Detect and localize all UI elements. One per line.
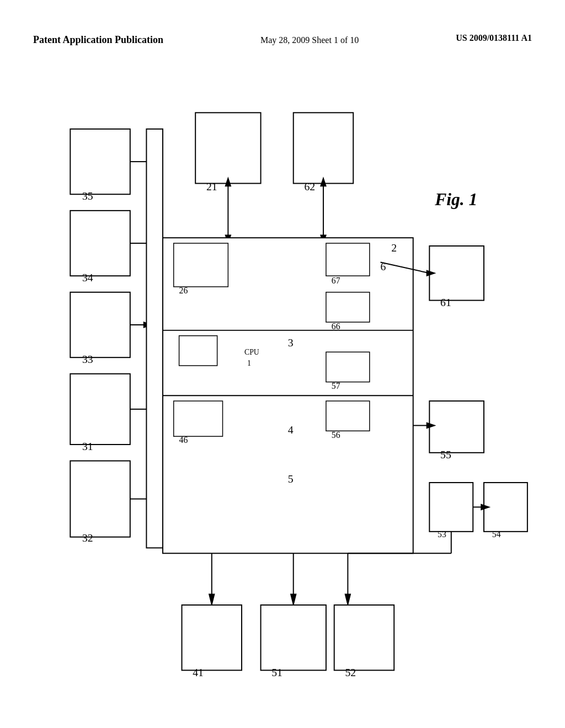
publication-title: Patent Application Publication [33, 34, 163, 45]
block-57 [326, 352, 370, 382]
label-52: 52 [345, 666, 356, 678]
label-4: 4 [288, 424, 294, 436]
label-1: 1 [247, 359, 251, 367]
fig-label: Fig. 1 [434, 190, 477, 209]
page: Patent Application Publication May 28, 2… [0, 0, 565, 728]
label-57: 57 [332, 381, 340, 390]
block-31 [70, 374, 130, 445]
block-46 [174, 401, 223, 436]
label-26: 26 [179, 286, 188, 295]
label-2: 2 [391, 242, 397, 254]
block-62 [294, 113, 354, 183]
arrow-down-51 [291, 594, 296, 605]
block-53 [429, 483, 473, 532]
label-46: 46 [179, 435, 188, 445]
arrow-down-52 [345, 594, 350, 605]
block-55 [429, 401, 484, 453]
label-cpu: CPU [244, 348, 259, 356]
diagram-svg: .block { fill: white; stroke: black; str… [33, 85, 532, 684]
label-62: 62 [304, 180, 315, 192]
block-26 [174, 243, 228, 287]
label-53: 53 [438, 529, 446, 539]
block-52 [334, 605, 395, 670]
block-56 [326, 401, 370, 431]
label-35: 35 [82, 190, 93, 202]
label-61: 61 [440, 296, 451, 308]
label-34: 34 [82, 271, 93, 283]
arrow-down-41 [209, 594, 215, 605]
header-left: Patent Application Publication [33, 33, 163, 47]
label-66: 66 [332, 322, 340, 331]
label-3: 3 [288, 336, 294, 349]
label-56: 56 [332, 430, 340, 440]
block-66 [326, 292, 370, 322]
label-67: 67 [332, 276, 340, 285]
block-67 [326, 243, 370, 276]
label-51: 51 [271, 666, 282, 678]
header-right: US 2009/0138111 A1 [456, 33, 532, 43]
header: Patent Application Publication May 28, 2… [0, 33, 565, 47]
block-41 [182, 605, 242, 670]
inner-box-3 [179, 336, 217, 366]
label-31: 31 [82, 440, 93, 452]
block-32 [70, 461, 130, 537]
label-54: 54 [492, 529, 501, 539]
label-32: 32 [82, 532, 93, 544]
vertical-bar [146, 129, 163, 548]
block-33 [70, 292, 130, 357]
block-61 [429, 246, 484, 301]
label-41: 41 [193, 666, 204, 678]
patent-number: US 2009/0138111 A1 [456, 33, 532, 42]
header-center: May 28, 2009 Sheet 1 of 10 [260, 33, 359, 47]
block-35 [70, 129, 130, 194]
label-33: 33 [82, 353, 93, 365]
label-5-inside: 5 [288, 473, 294, 485]
block-21 [195, 113, 260, 183]
sheet-info: May 28, 2009 Sheet 1 of 10 [260, 35, 359, 45]
diagram-area: .block { fill: white; stroke: black; str… [33, 85, 532, 684]
block-34 [70, 211, 130, 276]
label-21: 21 [206, 180, 217, 192]
block-51 [261, 605, 326, 670]
label-55: 55 [440, 448, 451, 461]
